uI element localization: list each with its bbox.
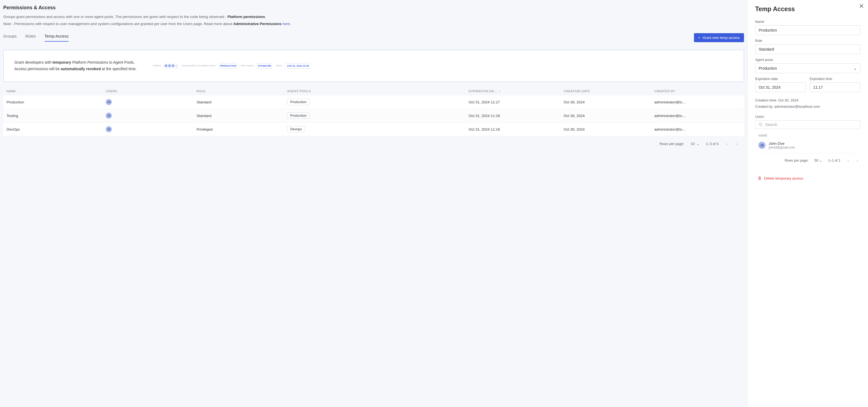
pagination-range: 1–3 of 3: [706, 142, 719, 146]
expiration-date-field[interactable]: Oct 31, 2024: [755, 82, 806, 92]
column-creation[interactable]: CREATION DATE: [564, 89, 654, 93]
page-desc-2: Note - Permissions with respect to user …: [3, 21, 744, 27]
delete-temp-access-button[interactable]: Delete temporary access: [755, 176, 860, 180]
tab-temp-access[interactable]: Temp Access: [44, 34, 68, 41]
users-search-input[interactable]: [765, 122, 857, 127]
page-prev-button[interactable]: ‹: [846, 157, 850, 164]
table-row[interactable]: Production JD Standard Production Oct 31…: [3, 95, 744, 109]
temp-access-table: NAME USERS ROLE AGENT POOLS EXPIRATION D…: [3, 89, 744, 147]
expiration-date-label: Expiration date: [755, 77, 806, 81]
user-email: johnd@gmail.com: [769, 146, 795, 149]
info-banner-illustration: USERS ABC·· CAN ACCESS TO AGENT POOL PRO…: [153, 63, 312, 68]
temp-access-detail-panel: Temp Access Name Production Role Standar…: [747, 0, 868, 407]
chevron-down-icon: ⌄: [819, 158, 822, 163]
svg-point-0: [759, 123, 762, 126]
avatar: JD: [758, 142, 766, 149]
plus-icon: +: [698, 36, 701, 40]
column-agent-pools[interactable]: AGENT POOLS: [287, 89, 468, 93]
created-by-text: Created by: administrator@localhost.com: [755, 104, 860, 110]
agent-pools-select[interactable]: Production ⌄: [755, 63, 860, 73]
info-banner-text: Grant developers with temporary Platform…: [14, 59, 137, 72]
rows-per-page-select[interactable]: 50 ⌄: [814, 158, 822, 163]
users-label: Users: [755, 115, 860, 119]
column-expiration[interactable]: EXPIRATION DA… ↑: [468, 89, 563, 93]
column-created-by[interactable]: CREATED BY: [654, 89, 741, 93]
expiration-time-label: Expiration time: [810, 77, 861, 81]
column-users[interactable]: USERS: [106, 89, 196, 93]
page-title: Permissions & Access: [3, 5, 744, 10]
column-name[interactable]: NAME: [6, 89, 106, 93]
user-name: John Doe: [769, 142, 795, 146]
svg-line-1: [762, 125, 763, 126]
users-pagination: Rows per page: 50 ⌄ 1–1 of 1 ‹ ›: [755, 153, 860, 168]
rows-per-page-select[interactable]: 10 ⌄: [691, 142, 699, 146]
creation-time-text: Creation time: Oct 30, 2024: [755, 97, 860, 104]
chevron-down-icon: ⌄: [854, 66, 857, 70]
panel-meta: Creation time: Oct 30, 2024 Created by: …: [755, 97, 860, 110]
search-icon: [759, 123, 763, 126]
chevron-down-icon: ⌄: [696, 142, 700, 146]
avatar: JD: [106, 113, 112, 119]
info-banner: Grant developers with temporary Platform…: [3, 50, 744, 82]
close-icon[interactable]: [859, 4, 864, 8]
avatar: JD: [106, 99, 112, 105]
agent-pool-chip: Production: [287, 99, 309, 105]
role-label: Role: [755, 39, 860, 43]
table-row[interactable]: DevOps JD Privileged Devops Oct 31, 2024…: [3, 123, 744, 136]
tab-roles[interactable]: Roles: [25, 34, 36, 41]
tab-groups[interactable]: Groups: [3, 34, 17, 41]
panel-title: Temp Access: [755, 5, 860, 13]
avatar: JD: [106, 126, 112, 132]
users-list-header: NAME: [755, 133, 860, 139]
grant-new-temp-access-button[interactable]: + Grant new temp access: [694, 33, 744, 42]
table-header: NAME USERS ROLE AGENT POOLS EXPIRATION D…: [3, 89, 744, 95]
pagination-range: 1–1 of 1: [828, 158, 840, 163]
table-pagination: Rows per page: 10 ⌄ 1–3 of 3 ‹ ›: [3, 136, 744, 147]
users-search-box[interactable]: [755, 120, 860, 129]
column-role[interactable]: ROLE: [196, 89, 287, 93]
page-prev-button[interactable]: ‹: [725, 141, 729, 147]
trash-icon: [758, 176, 762, 180]
rows-per-page-label: Rows per page:: [785, 158, 809, 163]
name-field[interactable]: Production: [755, 25, 860, 35]
expiration-time-field[interactable]: 11:17: [810, 82, 861, 92]
admin-permissions-link[interactable]: here: [282, 22, 290, 26]
avatar-group-icon: ABC··: [163, 63, 180, 68]
tabs: Groups Roles Temp Access: [3, 34, 68, 41]
agent-pool-chip: Devops: [287, 126, 305, 133]
page-next-button[interactable]: ›: [856, 157, 859, 164]
page-next-button[interactable]: ›: [735, 141, 739, 147]
agent-pool-chip: Production: [287, 112, 309, 119]
user-list-item[interactable]: JD John Doe johnd@gmail.com: [755, 139, 860, 153]
page-desc-1: Groups grant permissions and access with…: [3, 14, 744, 20]
name-label: Name: [755, 20, 860, 24]
agent-pools-label: Agent pools: [755, 58, 860, 62]
role-field[interactable]: Standard: [755, 45, 860, 54]
rows-per-page-label: Rows per page:: [659, 142, 684, 146]
main-content: Permissions & Access Groups grant permis…: [0, 0, 747, 407]
sort-asc-icon: ↑: [499, 89, 500, 93]
table-row[interactable]: Testing JD Standard Production Oct 31, 2…: [3, 109, 744, 123]
